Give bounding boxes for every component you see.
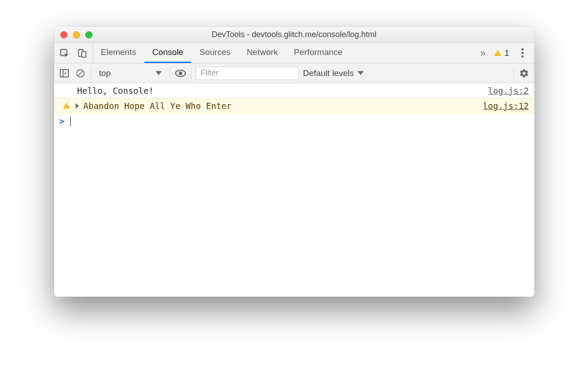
devtools-window: DevTools - devtools.glitch.me/console/lo… — [54, 27, 534, 297]
tab-elements[interactable]: Elements — [93, 43, 144, 63]
tabstrip-left-tools — [54, 43, 93, 63]
svg-rect-11 — [66, 105, 67, 107]
tabstrip-right-tools: » 1 — [474, 43, 534, 63]
warnings-count: 1 — [504, 48, 509, 58]
console-row-log: Hello, Console! log.js:2 — [54, 83, 534, 98]
expand-arrow-icon[interactable] — [76, 103, 79, 109]
log-levels-selector[interactable]: Default levels — [303, 68, 364, 78]
source-link[interactable]: log.js:2 — [488, 86, 529, 96]
tab-sources[interactable]: Sources — [191, 43, 239, 63]
svg-rect-5 — [60, 69, 68, 76]
zoom-window-button[interactable] — [85, 31, 92, 38]
source-link[interactable]: log.js:12 — [483, 101, 529, 111]
svg-rect-12 — [66, 107, 67, 108]
live-expression-icon[interactable] — [175, 67, 186, 79]
svg-rect-3 — [497, 52, 498, 54]
warning-icon — [494, 49, 502, 57]
warnings-counter[interactable]: 1 — [494, 48, 509, 58]
prompt-chevron-icon: > — [59, 116, 65, 126]
panel-tabs: Elements Console Sources Network Perform… — [93, 43, 351, 63]
devtools-tabstrip: Elements Console Sources Network Perform… — [54, 43, 534, 63]
svg-rect-4 — [497, 54, 498, 55]
filter-input[interactable] — [196, 67, 298, 80]
tab-network[interactable]: Network — [239, 43, 286, 63]
toolbar-divider — [191, 67, 191, 79]
toolbar-divider — [170, 67, 170, 79]
console-prompt[interactable]: > — [54, 114, 534, 129]
inspect-element-icon[interactable] — [59, 47, 70, 59]
toolbar-divider — [513, 67, 514, 79]
overflow-tabs-button[interactable]: » — [480, 47, 486, 59]
row-gutter — [58, 102, 76, 110]
chevron-down-icon — [357, 71, 364, 75]
svg-rect-2 — [82, 51, 86, 57]
text-caret — [70, 116, 71, 126]
warning-icon — [63, 102, 71, 110]
levels-label: Default levels — [303, 68, 354, 78]
svg-line-8 — [78, 71, 83, 76]
titlebar: DevTools - devtools.glitch.me/console/lo… — [54, 27, 534, 43]
toolbar-divider — [91, 67, 91, 79]
window-title: DevTools - devtools.glitch.me/console/lo… — [54, 30, 534, 39]
toggle-device-toolbar-icon[interactable] — [76, 47, 88, 59]
tab-console[interactable]: Console — [144, 43, 192, 63]
console-settings-icon[interactable] — [518, 67, 530, 79]
warn-message: Abandon Hope All Ye Who Enter — [82, 101, 483, 111]
svg-point-10 — [179, 71, 182, 75]
clear-console-icon[interactable] — [75, 67, 86, 79]
toggle-console-sidebar-icon[interactable] — [59, 67, 70, 79]
context-label: top — [99, 68, 111, 78]
execution-context-selector[interactable]: top — [96, 68, 165, 78]
traffic-lights — [54, 31, 92, 38]
console-output: Hello, Console! log.js:2 Abandon Hope Al… — [54, 83, 534, 297]
close-window-button[interactable] — [60, 31, 67, 38]
tab-performance[interactable]: Performance — [286, 43, 351, 63]
console-row-warn[interactable]: Abandon Hope All Ye Who Enter log.js:12 — [54, 98, 534, 114]
log-message: Hello, Console! — [76, 86, 488, 96]
minimize-window-button[interactable] — [73, 31, 80, 38]
console-toolbar: top Default levels — [54, 63, 534, 83]
settings-menu-button[interactable] — [517, 48, 528, 59]
chevron-down-icon — [155, 71, 162, 75]
